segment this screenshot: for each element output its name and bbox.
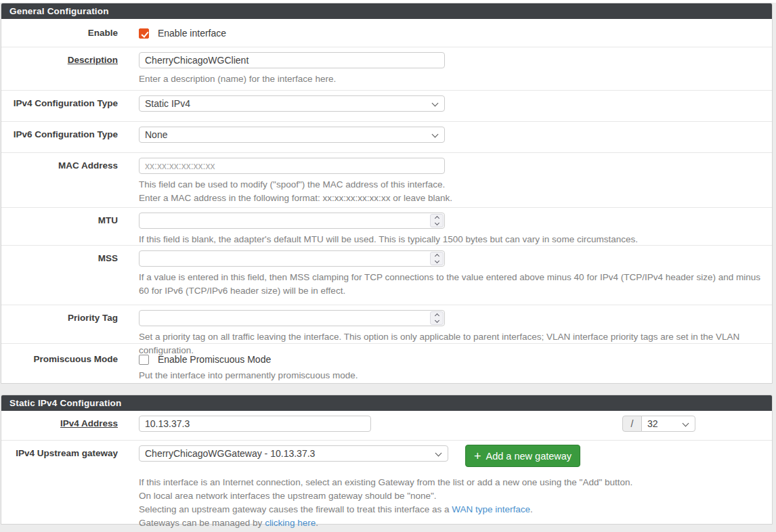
ipv6-configuration-type-select[interactable]: None — [139, 127, 445, 143]
priority-tag-input[interactable] — [139, 310, 445, 326]
mtu-label: MTU — [1, 208, 129, 245]
ipv4-upstream-gateway-label: IPv4 Upstream gateway — [1, 441, 129, 524]
mac-address-row: MAC Address This field can be used to mo… — [1, 153, 772, 208]
promiscuous-mode-label: Promiscuous Mode — [1, 344, 129, 383]
description-label: Description — [1, 47, 129, 90]
static-ipv4-configuration-title: Static IPv4 Configuration — [1, 395, 772, 411]
promiscuous-mode-checkbox[interactable] — [139, 355, 149, 365]
promiscuous-mode-checkbox-label: Enable Promiscuous Mode — [158, 354, 271, 365]
plus-icon: + — [474, 450, 481, 462]
mss-row: MSS If a value is entered in this field,… — [1, 246, 772, 305]
mss-input[interactable] — [139, 250, 445, 267]
general-configuration-panel: General Configuration Enable Enable inte… — [1, 3, 773, 384]
mac-address-help: This field can be used to modify ("spoof… — [139, 178, 761, 205]
static-ipv4-configuration-panel: Static IPv4 Configuration IPv4 Address /… — [1, 395, 773, 525]
ipv4-address-input[interactable] — [139, 416, 371, 432]
mtu-help: If this field is blank, the adapter's de… — [139, 233, 761, 246]
ipv4-upstream-gateway-row: IPv4 Upstream gateway CherryChicagoWGGat… — [1, 441, 772, 524]
clicking-here-link[interactable]: clicking here — [265, 518, 316, 528]
general-configuration-title: General Configuration — [1, 3, 772, 19]
number-stepper-icon[interactable] — [430, 252, 444, 265]
enable-label: Enable — [1, 19, 129, 47]
ipv4-configuration-type-label: IPv4 Configuration Type — [1, 91, 129, 121]
add-new-gateway-button[interactable]: + Add a new gateway — [465, 445, 580, 467]
ipv4-configuration-type-select[interactable]: Static IPv4 — [139, 95, 445, 112]
mac-address-label: MAC Address — [1, 153, 129, 207]
mac-address-input[interactable] — [139, 158, 445, 174]
ipv4-upstream-gateway-select[interactable]: CherryChicagoWGGateway - 10.13.37.3 — [139, 445, 448, 462]
mss-label: MSS — [1, 246, 129, 305]
ipv4-upstream-gateway-help: If this interface is an Internet connect… — [139, 476, 761, 530]
mss-help: If a value is entered in this field, the… — [139, 271, 761, 298]
ipv4-address-label: IPv4 Address — [1, 411, 129, 440]
wan-type-interface-link[interactable]: WAN type interface — [452, 504, 530, 514]
description-row: Description Enter a description (name) f… — [1, 47, 772, 91]
number-stepper-icon[interactable] — [430, 311, 444, 325]
description-input[interactable] — [139, 52, 445, 68]
ipv4-configuration-type-row: IPv4 Configuration Type Static IPv4 — [1, 91, 772, 122]
description-help: Enter a description (name) for the inter… — [139, 72, 761, 86]
ipv6-configuration-type-label: IPv6 Configuration Type — [1, 122, 129, 152]
mtu-row: MTU If this field is blank, the adapter'… — [1, 208, 772, 246]
promiscuous-mode-help: Put the interface into permanently promi… — [139, 369, 761, 382]
promiscuous-mode-row: Promiscuous Mode Enable Promiscuous Mode… — [1, 344, 772, 383]
ipv6-configuration-type-row: IPv6 Configuration Type None — [1, 122, 772, 153]
priority-tag-row: Priority Tag Set a priority tag on all t… — [1, 305, 772, 344]
priority-tag-label: Priority Tag — [1, 305, 129, 343]
number-stepper-icon[interactable] — [430, 214, 444, 227]
mtu-input[interactable] — [139, 213, 445, 229]
enable-interface-checkbox[interactable] — [139, 28, 149, 39]
ipv4-address-row: IPv4 Address / 32 — [1, 411, 772, 441]
enable-row: Enable Enable interface — [1, 19, 772, 47]
subnet-mask-select[interactable]: 32 — [641, 416, 695, 432]
subnet-separator: / — [622, 416, 642, 432]
enable-interface-checkbox-label: Enable interface — [158, 28, 226, 39]
